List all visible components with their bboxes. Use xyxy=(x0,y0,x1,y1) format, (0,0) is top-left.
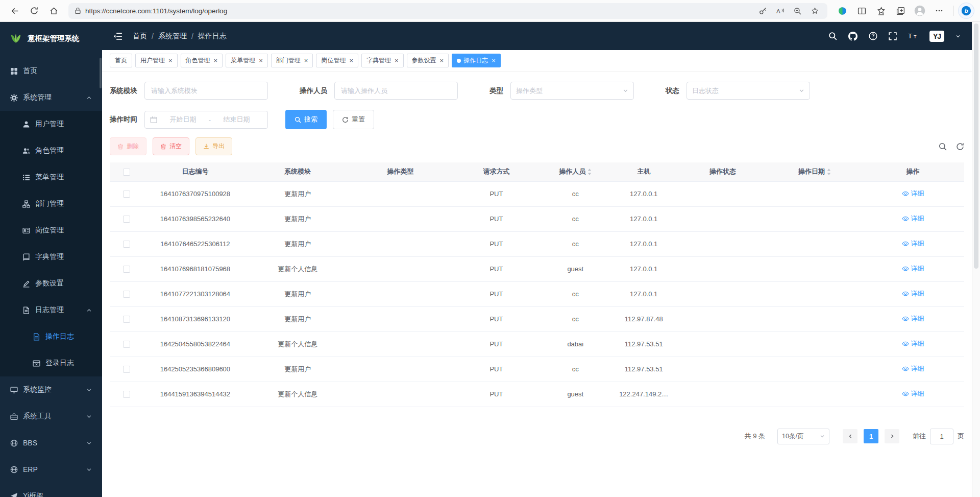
tab-close-icon[interactable]: × xyxy=(168,57,173,64)
delete-button[interactable]: 删除 xyxy=(110,137,146,155)
detail-link[interactable]: 详细 xyxy=(902,389,924,398)
sidebar-item-tools[interactable]: 系统工具 xyxy=(0,403,102,430)
tab-close-icon[interactable]: × xyxy=(259,57,263,64)
help-icon[interactable] xyxy=(869,32,877,40)
more-menu-icon[interactable] xyxy=(930,2,948,19)
sidebar-scrollbar-thumb[interactable] xyxy=(100,58,102,88)
module-input[interactable] xyxy=(144,82,268,100)
row-checkbox[interactable] xyxy=(123,191,130,198)
export-button[interactable]: 导出 xyxy=(195,137,232,155)
github-icon[interactable] xyxy=(848,32,857,41)
tab-close-icon[interactable]: × xyxy=(440,57,444,64)
address-bar[interactable]: https://ccnetcore.com:1101/system/log/op… xyxy=(68,3,827,19)
detail-link[interactable]: 详细 xyxy=(902,314,924,323)
type-select[interactable]: 操作类型 xyxy=(510,82,634,100)
collections-icon[interactable] xyxy=(892,2,909,19)
row-checkbox[interactable] xyxy=(123,341,130,348)
page-number-button[interactable]: 1 xyxy=(864,429,878,443)
back-icon[interactable] xyxy=(6,2,23,19)
detail-link[interactable]: 详细 xyxy=(902,364,924,373)
date-range-picker[interactable]: 开始日期 - 结束日期 xyxy=(144,111,268,129)
sidebar-item-monitor[interactable]: 系统监控 xyxy=(0,376,102,403)
sidebar-item-yi[interactable]: Yi框架 xyxy=(0,483,102,497)
refresh-table-icon[interactable] xyxy=(956,143,964,151)
home-icon[interactable] xyxy=(45,2,62,19)
row-checkbox[interactable] xyxy=(123,216,130,223)
detail-link[interactable]: 详细 xyxy=(902,264,924,273)
tab[interactable]: 角色管理 × xyxy=(181,54,223,67)
breadcrumb-system[interactable]: 系统管理 xyxy=(158,32,187,41)
row-checkbox[interactable] xyxy=(123,316,130,323)
tab[interactable]: 字典管理 × xyxy=(361,54,404,67)
profile-avatar[interactable] xyxy=(911,2,928,19)
next-page-button[interactable] xyxy=(885,429,899,443)
sidebar-item-loginlog[interactable]: 登录日志 xyxy=(0,350,102,376)
fullscreen-icon[interactable] xyxy=(889,32,897,40)
bing-copilot-icon[interactable]: b xyxy=(959,3,974,18)
sidebar-item-dept[interactable]: 部门管理 xyxy=(0,191,102,217)
sidebar-item-operlog[interactable]: 操作日志 xyxy=(0,323,102,350)
sidebar-item-role[interactable]: 角色管理 xyxy=(0,137,102,164)
select-all-checkbox[interactable] xyxy=(123,169,130,176)
tab[interactable]: 首页 × xyxy=(110,54,132,67)
scrollbar-thumb[interactable] xyxy=(974,23,978,269)
user-avatar-logo[interactable]: YJ xyxy=(929,31,944,42)
detail-link[interactable]: 详细 xyxy=(902,189,924,198)
menu-fold-icon[interactable] xyxy=(113,32,122,40)
detail-link[interactable]: 详细 xyxy=(902,289,924,298)
tab[interactable]: 部门管理 × xyxy=(271,54,313,67)
split-screen-icon[interactable] xyxy=(853,2,870,19)
add-favorite-icon[interactable] xyxy=(808,4,821,17)
column-header-operator[interactable]: 操作人员 xyxy=(541,162,609,181)
tab[interactable]: 参数设置 × xyxy=(407,54,449,67)
tab[interactable]: 岗位管理 × xyxy=(316,54,358,67)
page-size-select[interactable]: 10条/页 xyxy=(777,429,829,444)
tab-close-icon[interactable]: × xyxy=(492,57,496,64)
operator-input[interactable] xyxy=(334,82,458,100)
sidebar-item-param[interactable]: 参数设置 xyxy=(0,270,102,297)
row-checkbox[interactable] xyxy=(123,291,130,298)
read-aloud-icon[interactable]: A xyxy=(773,4,787,17)
status-select[interactable]: 日志状态 xyxy=(687,82,810,100)
sidebar-item-log[interactable]: 日志管理 xyxy=(0,297,102,323)
sidebar-item-home[interactable]: 首页 xyxy=(0,58,102,84)
prev-page-button[interactable] xyxy=(843,429,857,443)
date-start[interactable]: 开始日期 xyxy=(157,115,209,124)
search-icon[interactable] xyxy=(828,32,837,40)
row-checkbox[interactable] xyxy=(123,391,130,398)
font-size-icon[interactable]: TT xyxy=(908,32,918,40)
tab-close-icon[interactable]: × xyxy=(304,57,308,64)
tab[interactable]: 操作日志 × xyxy=(452,54,501,67)
sidebar-item-user[interactable]: 用户管理 xyxy=(0,111,102,137)
row-checkbox[interactable] xyxy=(123,366,130,373)
detail-link[interactable]: 详细 xyxy=(902,339,924,348)
sidebar-item-post[interactable]: 岗位管理 xyxy=(0,217,102,244)
date-end[interactable]: 结束日期 xyxy=(211,115,262,124)
page-scrollbar[interactable] xyxy=(972,22,980,497)
breadcrumb-home[interactable]: 首页 xyxy=(133,32,147,41)
detail-link[interactable]: 详细 xyxy=(902,214,924,223)
toggle-search-icon[interactable] xyxy=(939,143,947,151)
row-checkbox[interactable] xyxy=(123,266,130,273)
tab[interactable]: 菜单管理 × xyxy=(226,54,268,67)
tab-close-icon[interactable]: × xyxy=(214,57,218,64)
goto-page-input[interactable] xyxy=(930,429,953,444)
clear-button[interactable]: 清空 xyxy=(153,137,189,155)
row-checkbox[interactable] xyxy=(123,241,130,248)
favorites-icon[interactable] xyxy=(872,2,890,19)
reset-button[interactable]: 重置 xyxy=(333,110,374,129)
tab[interactable]: 用户管理 × xyxy=(135,54,178,67)
column-header-date[interactable]: 操作日期 xyxy=(768,162,862,181)
detail-link[interactable]: 详细 xyxy=(902,239,924,248)
search-button[interactable]: 搜索 xyxy=(285,110,327,129)
refresh-icon[interactable] xyxy=(26,2,43,19)
sidebar-item-menu[interactable]: 菜单管理 xyxy=(0,164,102,191)
browser-essentials-icon[interactable] xyxy=(834,2,851,19)
tab-close-icon[interactable]: × xyxy=(349,57,353,64)
tab-close-icon[interactable]: × xyxy=(395,57,399,64)
url-text[interactable]: https://ccnetcore.com:1101/system/log/op… xyxy=(85,7,752,15)
password-key-icon[interactable] xyxy=(756,4,769,17)
sidebar-item-system[interactable]: 系统管理 xyxy=(0,84,102,111)
chevron-down-icon[interactable] xyxy=(955,34,961,39)
sidebar-item-dict[interactable]: 字典管理 xyxy=(0,244,102,270)
